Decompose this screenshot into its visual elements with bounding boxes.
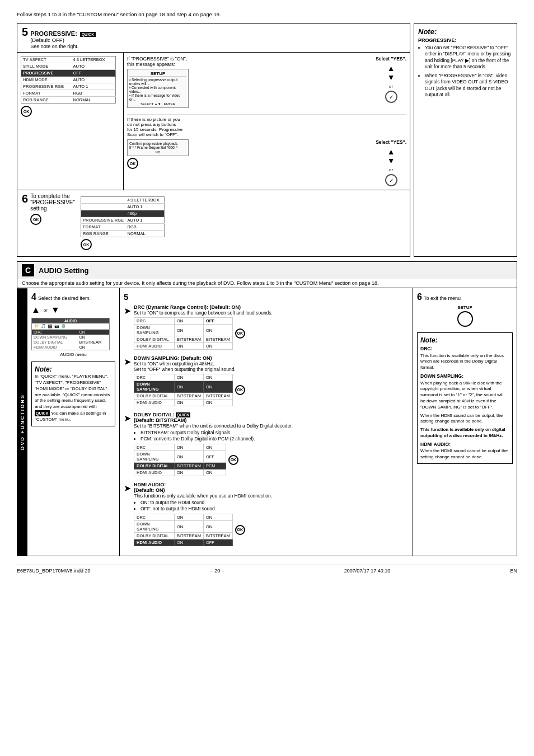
note-quick-text: In "QUICK" menu, "PLAYER MENU", "TV ASPE…	[35, 374, 112, 422]
audio-arrow-down[interactable]: ▼	[51, 305, 60, 315]
section-c-title: AUDIO Setting	[39, 266, 89, 275]
setup-button[interactable]	[457, 311, 473, 327]
or-audio: or	[44, 308, 48, 313]
table-row: FORMATRGB	[81, 224, 165, 231]
hdmi-bullets: ON: to output the HDMI sound. OFF: not t…	[134, 500, 409, 512]
if-no-picture: If there is no picture or you	[127, 117, 406, 122]
list-item: BITSTREAM: outputs Dolby Digital signals…	[140, 430, 409, 436]
note-quick: Note: In "QUICK" menu, "PLAYER MENU", "T…	[31, 361, 115, 426]
setup-label: SETUP	[417, 305, 513, 310]
step4-title: Select the desired item.	[38, 295, 91, 301]
table-row: DOLBY DIGITALBITSTREAMBITSTREAM	[134, 393, 233, 400]
list-item: OFF: not to output the HDMI sound.	[140, 506, 409, 512]
dolby-menu: DRCONON DOWN SAMPLINGONOFF DOLBY DIGITAL…	[134, 444, 226, 476]
note-title: Note:	[418, 27, 513, 36]
or-text-1: or	[389, 84, 393, 89]
footer-center: – 20 –	[210, 568, 224, 574]
drc-ok[interactable]: OK	[235, 328, 245, 339]
drc-note-text: This function is available only on the d…	[420, 353, 509, 371]
page-header: Follow steps 1 to 3 in the "CUSTOM menu"…	[17, 11, 517, 17]
list-item: You can set "PROGRESSIVE" to "OFF" eithe…	[425, 45, 513, 71]
dolby-subsection: ➤ DOLBY DIGITAL: QUICK (Default: BITSTRE…	[124, 412, 409, 476]
table-row: DOLBY DIGITALBITSTREAMBITSTREAM	[134, 336, 233, 343]
table-row: PROGRESSIVEOFF	[21, 70, 116, 77]
for-15-sec: for 15 seconds, Progressive	[127, 127, 406, 132]
or-text-2: or	[389, 167, 393, 172]
hdmi-note-title: HDMI AUDIO:	[420, 442, 509, 448]
dolby-desc: Set to "BITSTREAM" when the unit is conn…	[134, 423, 409, 429]
table-row: DRCONON	[134, 444, 226, 451]
dolby-bullets: BITSTREAM: outputs Dolby Digital signals…	[134, 430, 409, 442]
section-c-letter: C	[22, 264, 34, 276]
list-item: ON: to output the HDMI sound.	[140, 500, 409, 506]
ok-button-2[interactable]: OK	[127, 158, 138, 169]
table-row: HDMI AUDIOONOFF	[134, 539, 233, 546]
note-subtitle: PROGRESSIVE:	[418, 37, 513, 43]
ds-ok[interactable]: OK	[235, 385, 245, 395]
step5-number: 5	[22, 26, 28, 37]
step5-note: See note on the right.	[30, 44, 78, 49]
table-row: HDMI AUDIOONON	[134, 400, 233, 406]
table-row: 4:3 LETTERBOX	[81, 197, 165, 204]
table-row: DOLBY DIGITALBITSTREAMBITSTREAM	[134, 533, 233, 539]
table-row: DRCONON	[134, 374, 233, 381]
audio-menu-label: AUDIO menu	[31, 352, 115, 357]
step6-title3: setting	[30, 205, 46, 212]
section-c-intro: Choose the appropriate audio setting for…	[17, 279, 517, 288]
down-sampling-subsection: ➤ DOWN SAMPLING: (Default: ON) Set to "O…	[124, 355, 409, 406]
ds-note-text: When playing back a 96kHz disc with the …	[420, 381, 509, 411]
select-yes-1: Select "YES".	[376, 56, 406, 62]
note2-text: When the HDMI sound can be output, the s…	[420, 413, 509, 425]
footer-en: EN	[510, 568, 517, 574]
ok-button-4[interactable]: OK	[81, 239, 92, 250]
table-row: AUTO 1	[81, 204, 165, 210]
ok-button-3[interactable]: OK	[30, 214, 41, 225]
table-row: DRCONOFF	[134, 318, 233, 325]
footer-date: 2007/07/17 17:40:10	[344, 568, 391, 574]
audio-step6-number: 6	[417, 292, 422, 302]
table-row: PROGRESSIVE RGEAUTO 1	[21, 83, 116, 90]
table-row: HDMI MODEAUTO	[21, 77, 116, 83]
dolby-title: DOLBY DIGITAL: QUICK	[134, 412, 409, 417]
arrow-up-icon-2[interactable]: ▲	[387, 147, 395, 156]
table-row: TV ASPECT4:3 LETTERBOX	[21, 57, 116, 63]
table-row: DOWN SAMPLINGONOFF	[134, 451, 226, 463]
scan-switch: Scan will switch to "OFF":	[127, 132, 406, 137]
drc-desc: Set to "ON" to compress the range betwee…	[134, 310, 409, 316]
table-row: DOWN SAMPLINGONON	[134, 325, 233, 336]
step6-title2: "PROGRESSIVE"	[30, 199, 75, 205]
hdmi-menu: DRCONON DOWN SAMPLINGONON DOLBY DIGITALB…	[134, 514, 233, 546]
drc-menu: DRCONOFF DOWN SAMPLINGONON DOLBY DIGITAL…	[134, 317, 233, 350]
list-item: PCM: converts the Dolby Digital into PCM…	[140, 436, 409, 442]
table-row: PROGRESSIVE RGEAUTO 1	[81, 217, 165, 224]
arrow-down-icon-2[interactable]: ▼	[387, 156, 395, 165]
hdmi-ok[interactable]: OK	[235, 525, 245, 535]
step5-subtitle: (Default: OFF)	[30, 37, 64, 43]
drc-title: DRC (Dynamic Range Control): (Default: O…	[134, 304, 409, 310]
ds-menu: DRCONON DOWN SAMPLINGONON DOLBY DIGITALB…	[134, 374, 233, 406]
step6-title: To complete the	[30, 193, 70, 199]
table-row: FORMATRGB	[21, 90, 116, 97]
arrow-down-icon[interactable]: ▼	[387, 73, 395, 82]
hdmi-audio-subsection: ➤ HDMI AUDIO: (Default: ON) This functio…	[124, 482, 409, 546]
list-item: When "PROGRESSIVE" is "ON", video signal…	[425, 73, 513, 98]
if-on-text: If "PROGRESSIVE" is "ON",	[127, 56, 371, 62]
audio-arrow-up[interactable]: ▲	[31, 305, 40, 315]
dolby-ok[interactable]: OK	[228, 455, 238, 465]
setup-area: SETUP	[417, 305, 513, 328]
dvd-functions-label: DVD FUNCTIONS	[17, 288, 27, 556]
this-message: this message appears:	[127, 62, 371, 67]
table-row: DOWN SAMPLINGONON	[134, 521, 233, 533]
quick-badge: QUICK	[80, 32, 96, 37]
table-row: DOLBY DIGITALBITSTREAMPCM	[134, 463, 226, 469]
drc-subsection: ➤ DRC (Dynamic Range Control): (Default:…	[124, 304, 409, 350]
footer-file: E6E73UD_BDP170MW8.indd 20	[17, 568, 91, 574]
ok-button[interactable]: OK	[21, 106, 32, 117]
drc-note-title: DRC:	[420, 346, 509, 352]
hdmi-note-text: When the HDMI sound cannot be output the…	[420, 448, 509, 461]
arrow-up-icon[interactable]: ▲	[387, 64, 395, 73]
hdmi-desc: This function is only available when you…	[134, 493, 409, 499]
ds-desc: Set to "ON" when outputting in 48kHz. Se…	[134, 361, 409, 372]
hdmi-title: HDMI AUDIO:	[134, 482, 409, 487]
ds-note-title: DOWN SAMPLING:	[420, 373, 509, 379]
